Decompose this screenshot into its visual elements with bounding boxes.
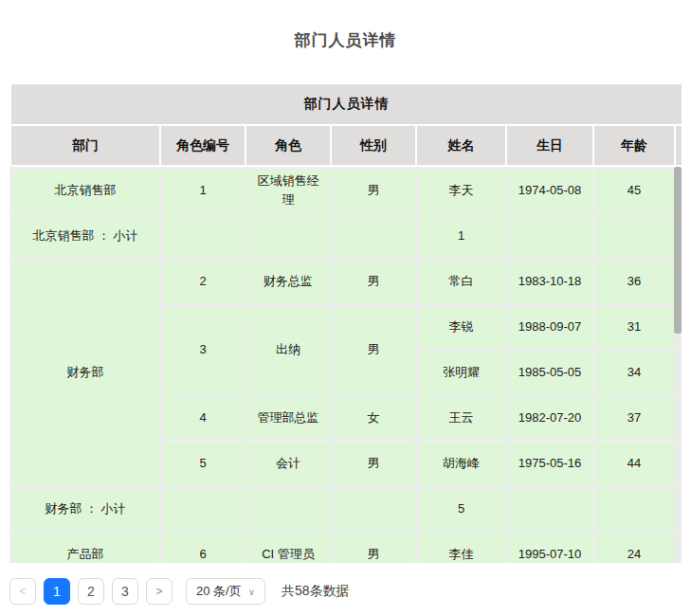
table-cell: 财务部 — [10, 259, 160, 486]
table-cell: 男 — [331, 441, 416, 486]
table-cell — [245, 213, 331, 259]
page-button-2[interactable]: 2 — [78, 578, 104, 605]
column-header: 姓名 — [416, 125, 506, 166]
table-cell: 常白 — [416, 259, 506, 304]
next-page-button[interactable]: > — [146, 578, 173, 605]
total-count-label: 共58条数据 — [282, 583, 350, 600]
prev-page-icon: < — [19, 585, 26, 598]
table-cell: 5 — [416, 486, 506, 532]
table-cell — [331, 486, 416, 532]
header-gutter — [675, 125, 682, 166]
page-size-select[interactable]: 20 条/页 ∨ — [186, 578, 265, 605]
table-row: 财务部 ： 小计5 — [10, 486, 675, 532]
page-button-1[interactable]: 1 — [44, 578, 70, 605]
table-cell: 会计 — [245, 441, 331, 486]
table-cell: 男 — [331, 259, 416, 304]
table-banner: 部门人员详情 — [10, 83, 682, 125]
page-size-value: 20 条/页 — [196, 583, 242, 600]
table-cell: 6 — [160, 532, 245, 563]
table-cell — [245, 486, 331, 532]
department-table: 部门人员详情 部门角色编号角色性别姓名生日年龄 北京销售部1区域销售经理男李天1… — [9, 82, 682, 563]
table-cell: 2 — [160, 259, 245, 304]
banner-row: 部门人员详情 — [10, 83, 682, 125]
table-row: 北京销售部 ： 小计1 — [10, 213, 675, 259]
table-cell: 女 — [331, 395, 416, 441]
table-cell: 45 — [593, 168, 675, 213]
table-cell: 男 — [331, 304, 416, 395]
table-cell: CI 管理员 — [245, 532, 331, 563]
table-cell: 1983-10-18 — [506, 259, 593, 304]
table-cell: 1988-09-07 — [506, 304, 593, 350]
table-cell: 1982-07-20 — [506, 395, 593, 441]
table-cell: 北京销售部 — [10, 168, 160, 213]
table-cell: 区域销售经理 — [245, 168, 331, 213]
table-cell — [160, 486, 245, 532]
table-cell — [506, 213, 593, 259]
next-page-icon: > — [155, 585, 162, 598]
prev-page-button[interactable]: < — [9, 578, 36, 605]
table-cell: 1 — [416, 213, 506, 259]
column-header: 生日 — [506, 125, 593, 166]
table-cell: 31 — [593, 304, 675, 350]
table-cell: 李天 — [416, 168, 506, 213]
column-header-row: 部门角色编号角色性别姓名生日年龄 — [10, 125, 682, 166]
table-cell: 44 — [593, 441, 675, 486]
table-cell: 张明耀 — [416, 350, 506, 395]
table-row: 北京销售部1区域销售经理男李天1974-05-0845 — [10, 168, 675, 213]
table-cell — [593, 213, 675, 259]
column-header: 角色 — [245, 125, 331, 166]
table-cell: 1995-07-10 — [506, 532, 593, 563]
table-cell: 李锐 — [416, 304, 506, 350]
table-cell: 24 — [593, 532, 675, 563]
table-cell: 李佳 — [416, 532, 506, 563]
column-header: 部门 — [10, 125, 160, 166]
column-header: 性别 — [331, 125, 416, 166]
table-cell: 1975-05-16 — [506, 441, 593, 486]
table-cell: 财务部 ： 小计 — [10, 486, 160, 532]
table-body-viewport[interactable]: 北京销售部1区域销售经理男李天1974-05-0845北京销售部 ： 小计1财务… — [9, 167, 682, 563]
table-cell — [506, 486, 593, 532]
table-header: 部门人员详情 部门角色编号角色性别姓名生日年龄 — [9, 82, 683, 167]
table-cell: 4 — [160, 395, 245, 441]
table-cell: 王云 — [416, 395, 506, 441]
page-button-3[interactable]: 3 — [112, 578, 138, 605]
table-cell: 1974-05-08 — [506, 168, 593, 213]
pagination: < 123 > 20 条/页 ∨ 共58条数据 — [9, 578, 682, 605]
table-cell — [331, 213, 416, 259]
table-cell: 34 — [593, 350, 675, 395]
table-row: 产品部6CI 管理员男李佳1995-07-1024 — [10, 532, 675, 563]
table-scrollbar[interactable] — [674, 167, 682, 563]
table-cell: 1985-05-05 — [506, 350, 593, 395]
table-cell: 出纳 — [245, 304, 331, 395]
table-cell: 北京销售部 ： 小计 — [10, 213, 160, 259]
column-header: 角色编号 — [160, 125, 245, 166]
table-cell: 男 — [331, 168, 416, 213]
table-cell: 36 — [593, 259, 675, 304]
table-body: 北京销售部1区域销售经理男李天1974-05-0845北京销售部 ： 小计1财务… — [9, 167, 676, 563]
table-cell: 37 — [593, 395, 675, 441]
table-cell: 5 — [160, 441, 245, 486]
table-cell: 管理部总监 — [245, 395, 331, 441]
table-row: 财务部2财务总监男常白1983-10-1836 — [10, 259, 675, 304]
table-cell: 胡海峰 — [416, 441, 506, 486]
table-cell — [160, 213, 245, 259]
scrollbar-thumb[interactable] — [674, 167, 682, 334]
table-cell: 财务总监 — [245, 259, 331, 304]
chevron-down-icon: ∨ — [248, 587, 255, 597]
column-header: 年龄 — [593, 125, 675, 166]
table-cell: 产品部 — [10, 532, 160, 563]
table-cell — [593, 486, 675, 532]
page-title: 部门人员详情 — [0, 0, 691, 51]
table-cell: 男 — [331, 532, 416, 563]
table-cell: 3 — [160, 304, 245, 395]
table-cell: 1 — [160, 168, 245, 213]
